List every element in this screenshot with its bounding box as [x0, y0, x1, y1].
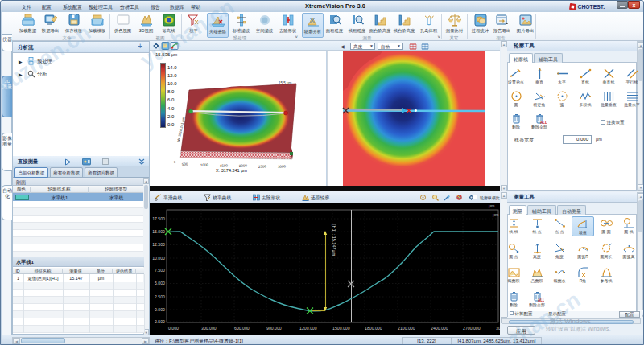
svg-text:10.000: 10.000 [152, 256, 165, 261]
svg-text:5.000: 5.000 [155, 281, 165, 285]
svg-text:0.000: 0.000 [168, 326, 179, 331]
svg-text:3000: 3000 [278, 164, 287, 169]
svg-text:2700.000: 2700.000 [463, 326, 481, 331]
svg-text:15.5 μm: 15.5 μm [279, 81, 292, 85]
svg-text:300.000: 300.000 [201, 326, 217, 331]
svg-text:15.000: 15.000 [152, 229, 165, 234]
svg-text:1800.000: 1800.000 [365, 326, 382, 331]
svg-text:μm: μm [493, 212, 498, 217]
svg-text:CHOTEST.: CHOTEST. [578, 4, 605, 10]
svg-text:-2.500: -2.500 [153, 319, 165, 324]
svg-text:2400.000: 2400.000 [431, 326, 448, 331]
svg-text:12.500: 12.500 [152, 242, 165, 247]
svg-text:0.000: 0.000 [155, 307, 165, 312]
svg-text:17.500: 17.500 [152, 216, 165, 221]
svg-text:500: 500 [182, 162, 188, 166]
svg-text:X: 3174.241 μm: X: 3174.241 μm [216, 168, 247, 173]
svg-text:2500: 2500 [258, 164, 267, 169]
svg-text:900.000: 900.000 [266, 326, 282, 331]
svg-text:1500.000: 1500.000 [332, 326, 350, 331]
svg-text:600.000: 600.000 [234, 326, 250, 331]
svg-text:0: 0 [174, 160, 176, 164]
svg-text:7.500: 7.500 [155, 268, 165, 273]
svg-text:2.500: 2.500 [155, 294, 165, 299]
svg-text:[H1] : 15.147μm: [H1] : 15.147μm [332, 224, 336, 257]
svg-text:μm: μm [489, 203, 494, 208]
svg-text:1200.000: 1200.000 [299, 326, 317, 331]
svg-text:2100.000: 2100.000 [398, 326, 415, 331]
svg-text:1000: 1000 [200, 162, 209, 167]
